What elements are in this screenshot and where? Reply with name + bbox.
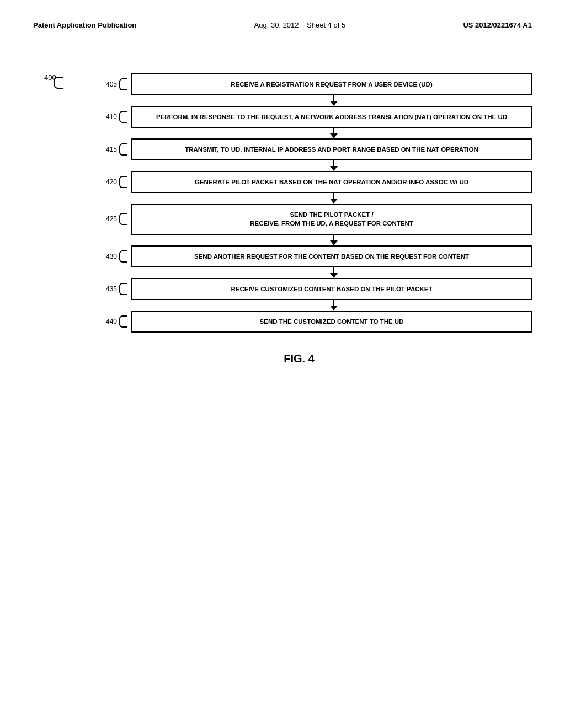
step-number-420: 420 [106, 178, 117, 186]
step-number-435: 435 [106, 285, 117, 293]
connector-line-icon [333, 95, 334, 101]
arrow-435 [99, 300, 532, 311]
fig-caption: FIG. 4 [66, 352, 532, 365]
step-row-425: 425SEND THE PILOT PACKET / RECEIVE, FROM… [99, 204, 532, 234]
arrow-down-icon [330, 101, 338, 106]
arrow-down-icon [330, 199, 338, 204]
step-row-420: 420GENERATE PILOT PACKET BASED ON THE NA… [99, 171, 532, 193]
bracket-icon-420 [119, 176, 127, 188]
arrow-430 [99, 267, 532, 278]
fig-400-curve-icon [54, 77, 63, 89]
page-header: Patent Application Publication Aug. 30, … [0, 0, 565, 29]
step-row-405: 405RECEIVE A REGISTRATION REQUEST FROM A… [99, 73, 532, 95]
connector-line-icon [333, 128, 334, 133]
step-box-405: RECEIVE A REGISTRATION REQUEST FROM A US… [131, 73, 532, 95]
header-center: Aug. 30, 2012 Sheet 4 of 5 [254, 21, 346, 29]
step-box-440: SEND THE CUSTOMIZED CONTENT TO THE UD [131, 311, 532, 333]
step-box-410: PERFORM, IN RESPONSE TO THE REQUEST, A N… [131, 106, 532, 128]
connector-line-icon [333, 193, 334, 199]
bracket-icon-430 [119, 250, 127, 263]
flowchart: 405RECEIVE A REGISTRATION REQUEST FROM A… [99, 73, 532, 333]
step-number-415: 415 [106, 146, 117, 153]
step-label-435: 435 [99, 283, 127, 295]
arrow-405 [99, 95, 532, 106]
connector-line-icon [333, 300, 334, 306]
step-row-410: 410PERFORM, IN RESPONSE TO THE REQUEST, … [99, 106, 532, 128]
header-right: US 2012/0221674 A1 [463, 21, 532, 29]
step-label-415: 415 [99, 143, 127, 156]
arrow-425 [99, 235, 532, 245]
header-left: Patent Application Publication [33, 21, 136, 29]
step-number-440: 440 [106, 318, 117, 325]
arrow-down-icon [330, 306, 338, 311]
step-number-405: 405 [106, 81, 117, 88]
step-box-430: SEND ANOTHER REQUEST FOR THE CONTENT BAS… [131, 245, 532, 267]
step-label-405: 405 [99, 78, 127, 90]
step-number-430: 430 [106, 253, 117, 260]
arrow-down-icon [330, 273, 338, 278]
arrow-420 [99, 193, 532, 204]
bracket-icon-415 [119, 143, 127, 156]
step-box-425: SEND THE PILOT PACKET / RECEIVE, FROM TH… [131, 204, 532, 234]
step-row-440: 440SEND THE CUSTOMIZED CONTENT TO THE UD [99, 311, 532, 333]
step-number-410: 410 [106, 113, 117, 121]
connector-line-icon [333, 267, 334, 273]
connector-line-icon [333, 160, 334, 166]
step-row-430: 430SEND ANOTHER REQUEST FOR THE CONTENT … [99, 245, 532, 267]
step-label-425: 425 [99, 213, 127, 225]
bracket-icon-435 [119, 283, 127, 295]
step-label-420: 420 [99, 176, 127, 188]
connector-line-icon [333, 235, 334, 240]
arrow-down-icon [330, 240, 338, 245]
step-number-425: 425 [106, 215, 117, 223]
step-label-410: 410 [99, 111, 127, 123]
arrow-410 [99, 128, 532, 138]
bracket-icon-410 [119, 111, 127, 123]
bracket-icon-405 [119, 78, 127, 90]
step-row-435: 435RECEIVE CUSTOMIZED CONTENT BASED ON T… [99, 278, 532, 300]
step-label-430: 430 [99, 250, 127, 263]
step-box-420: GENERATE PILOT PACKET BASED ON THE NAT O… [131, 171, 532, 193]
step-label-440: 440 [99, 315, 127, 328]
bracket-icon-440 [119, 315, 127, 328]
bracket-icon-425 [119, 213, 127, 225]
arrow-down-icon [330, 133, 338, 138]
step-box-415: TRANSMIT, TO UD, INTERNAL IP ADDRESS AND… [131, 138, 532, 160]
step-box-435: RECEIVE CUSTOMIZED CONTENT BASED ON THE … [131, 278, 532, 300]
step-row-415: 415TRANSMIT, TO UD, INTERNAL IP ADDRESS … [99, 138, 532, 160]
arrow-down-icon [330, 166, 338, 171]
arrow-415 [99, 160, 532, 171]
